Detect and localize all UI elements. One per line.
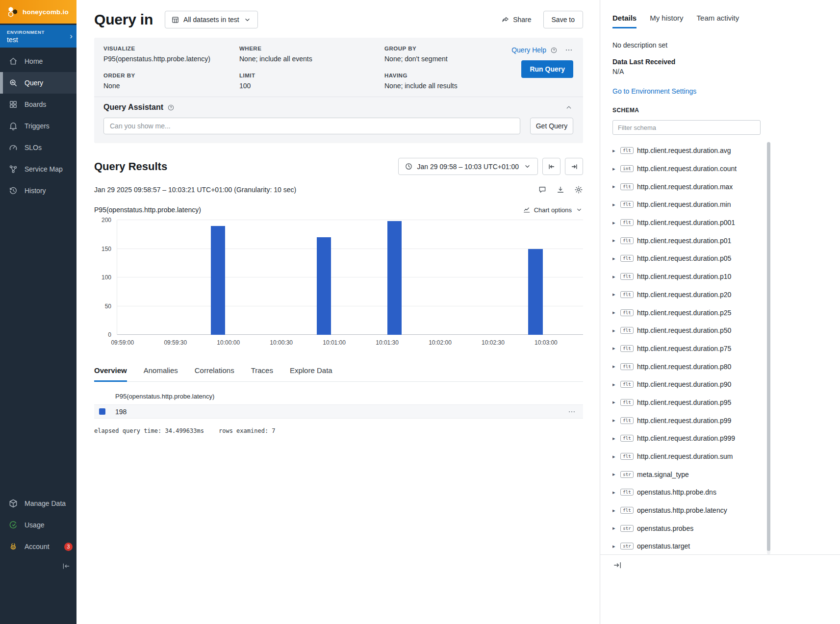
time-range-selector[interactable]: Jan 29 09:58 – 10:03 UTC+01:00	[398, 158, 538, 175]
collapse-sidebar-button[interactable]	[0, 557, 76, 575]
expand-triangle-icon[interactable]: ▸	[612, 399, 619, 405]
expand-triangle-icon[interactable]: ▸	[612, 183, 619, 190]
expand-triangle-icon[interactable]: ▸	[612, 291, 619, 298]
builder-menu-button[interactable]	[564, 46, 573, 54]
schema-field-row[interactable]: ▸flthttp.client.request.duration.p10	[612, 268, 770, 286]
sidebar-item-account[interactable]: Account3	[0, 536, 76, 557]
collapse-assistant-button[interactable]	[564, 103, 573, 112]
environment-settings-link[interactable]: Go to Environment Settings	[612, 87, 840, 95]
schema-field-row[interactable]: ▸flthttp.client.request.duration.avg	[612, 142, 770, 160]
expand-triangle-icon[interactable]: ▸	[612, 345, 619, 351]
clause-group-by[interactable]: GROUP BYNone; don't segment	[384, 46, 496, 63]
dataset-selector[interactable]: All datasets in test	[165, 11, 258, 28]
sidebar-item-history[interactable]: History	[0, 180, 76, 201]
expand-triangle-icon[interactable]: ▸	[612, 255, 619, 262]
schema-filter-input[interactable]	[612, 120, 761, 135]
run-query-button[interactable]: Run Query	[521, 60, 573, 78]
sidebar-item-query[interactable]: Query	[0, 72, 76, 94]
expand-triangle-icon[interactable]: ▸	[612, 525, 619, 531]
schema-field-row[interactable]: ▸inthttp.client.request.duration.count	[612, 160, 770, 178]
schema-field-row[interactable]: ▸flthttp.client.request.duration.min	[612, 196, 770, 214]
schema-field-row[interactable]: ▸fltopenstatus.http.probe.latency	[612, 501, 770, 520]
expand-triangle-icon[interactable]: ▸	[612, 417, 619, 424]
schema-field-row[interactable]: ▸flthttp.client.request.duration.p05	[612, 250, 770, 268]
expand-triangle-icon[interactable]: ▸	[612, 220, 619, 226]
schema-field-row[interactable]: ▸flthttp.client.request.duration.p20	[612, 286, 770, 304]
schema-field-row[interactable]: ▸flthttp.client.request.duration.sum	[612, 448, 770, 466]
expand-triangle-icon[interactable]: ▸	[612, 507, 619, 514]
schema-field-row[interactable]: ▸flthttp.client.request.duration.p999	[612, 429, 770, 448]
table-row[interactable]: 198	[94, 404, 583, 419]
clause-limit[interactable]: LIMIT100	[239, 73, 384, 90]
assistant-input[interactable]	[103, 118, 520, 134]
help-circle-icon[interactable]	[167, 104, 175, 111]
expand-triangle-icon[interactable]: ▸	[612, 148, 619, 154]
time-back-button[interactable]	[542, 158, 560, 175]
settings-button[interactable]	[574, 185, 583, 194]
clause-order-by[interactable]: ORDER BYNone	[103, 73, 239, 90]
expand-triangle-icon[interactable]: ▸	[612, 237, 619, 244]
sidebar-item-usage[interactable]: Usage	[0, 514, 76, 536]
sidebar-item-slos[interactable]: SLOs	[0, 137, 76, 158]
details-tab-details[interactable]: Details	[612, 14, 636, 28]
expand-triangle-icon[interactable]: ▸	[612, 381, 619, 388]
schema-field-row[interactable]: ▸flthttp.client.request.duration.p80	[612, 357, 770, 375]
tab-explore-data[interactable]: Explore Data	[290, 366, 332, 382]
comment-button[interactable]	[538, 185, 547, 194]
expand-triangle-icon[interactable]: ▸	[612, 166, 619, 172]
get-query-button[interactable]: Get Query	[530, 118, 573, 134]
chart-options-button[interactable]: Chart options	[523, 206, 583, 214]
schema-field-row[interactable]: ▸flthttp.client.request.duration.p99	[612, 411, 770, 429]
expand-triangle-icon[interactable]: ▸	[612, 201, 619, 208]
expand-triangle-icon[interactable]: ▸	[612, 471, 619, 477]
clause-visualize[interactable]: VISUALIZEP95(openstatus.http.probe.laten…	[103, 46, 239, 63]
details-tab-my-history[interactable]: My history	[650, 14, 683, 28]
details-tab-team-activity[interactable]: Team activity	[697, 14, 739, 28]
chart-bar[interactable]	[317, 237, 331, 335]
query-help-link[interactable]: Query Help	[511, 46, 546, 54]
scrollbar-thumb[interactable]	[767, 142, 770, 551]
tab-anomalies[interactable]: Anomalies	[144, 366, 178, 382]
collapse-details-button[interactable]	[612, 560, 622, 570]
chart-bar[interactable]	[211, 226, 226, 335]
schema-scrollbar[interactable]	[767, 142, 770, 554]
download-button[interactable]	[556, 185, 565, 194]
sidebar-item-manage-data[interactable]: Manage Data	[0, 493, 76, 514]
expand-triangle-icon[interactable]: ▸	[612, 453, 619, 460]
schema-field-row[interactable]: ▸strmeta.signal_type	[612, 465, 770, 483]
expand-triangle-icon[interactable]: ▸	[612, 309, 619, 316]
sidebar-item-triggers[interactable]: Triggers	[0, 115, 76, 137]
chart-bar[interactable]	[528, 249, 543, 335]
schema-field-row[interactable]: ▸flthttp.client.request.duration.max	[612, 177, 770, 196]
expand-triangle-icon[interactable]: ▸	[612, 543, 619, 549]
schema-field-row[interactable]: ▸flthttp.client.request.duration.p001	[612, 214, 770, 232]
time-forward-button[interactable]	[565, 158, 583, 175]
clause-having[interactable]: HAVINGNone; include all results	[384, 73, 496, 90]
sidebar-item-home[interactable]: Home	[0, 50, 76, 72]
expand-triangle-icon[interactable]: ▸	[612, 435, 619, 442]
clause-where[interactable]: WHERENone; include all events	[239, 46, 384, 63]
save-to-button[interactable]: Save to	[543, 11, 583, 28]
help-circle-icon[interactable]	[550, 47, 558, 54]
schema-field-row[interactable]: ▸flthttp.client.request.duration.p01	[612, 231, 770, 250]
schema-field-row[interactable]: ▸fltopenstatus.http.probe.dns	[612, 483, 770, 501]
honeycomb-logo[interactable]: honeycomb.io	[0, 0, 76, 24]
schema-field-row[interactable]: ▸stropenstatus.probes	[612, 519, 770, 537]
schema-field-row[interactable]: ▸stropenstatus.target	[612, 537, 770, 554]
environment-switcher[interactable]: ENVIRONMENT test ›	[0, 25, 76, 48]
expand-triangle-icon[interactable]: ▸	[612, 489, 619, 496]
schema-field-row[interactable]: ▸flthttp.client.request.duration.p90	[612, 375, 770, 394]
schema-field-row[interactable]: ▸flthttp.client.request.duration.p25	[612, 303, 770, 322]
expand-triangle-icon[interactable]: ▸	[612, 363, 619, 370]
expand-triangle-icon[interactable]: ▸	[612, 327, 619, 334]
schema-field-row[interactable]: ▸flthttp.client.request.duration.p50	[612, 322, 770, 340]
schema-field-row[interactable]: ▸flthttp.client.request.duration.p75	[612, 340, 770, 358]
chart-bar[interactable]	[387, 221, 402, 335]
share-button[interactable]: Share	[501, 16, 531, 24]
schema-field-row[interactable]: ▸flthttp.client.request.duration.p95	[612, 394, 770, 412]
tab-correlations[interactable]: Correlations	[195, 366, 234, 382]
tab-traces[interactable]: Traces	[251, 366, 273, 382]
sidebar-item-service-map[interactable]: Service Map	[0, 158, 76, 180]
tab-overview[interactable]: Overview	[94, 366, 127, 382]
row-menu-button[interactable]	[567, 407, 576, 416]
